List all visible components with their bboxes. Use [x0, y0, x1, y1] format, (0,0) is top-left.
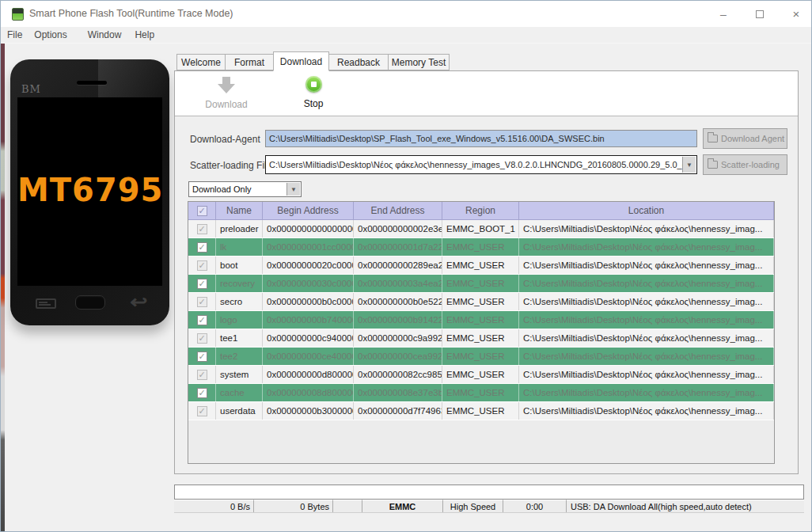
phone-speaker [77, 81, 107, 85]
scatter-file-label: Scatter-loading File [190, 160, 271, 171]
table-row[interactable]: ✓ lk 0x0000000001cc0000 0x0000000001d7a2… [188, 238, 774, 256]
folder-icon [708, 161, 718, 169]
tab-welcome[interactable]: Welcome [176, 54, 226, 70]
select-all-checkbox[interactable]: ✓ [197, 206, 207, 216]
table-row[interactable]: ✓ recovery 0x00000000030c0000 0x00000000… [188, 275, 774, 293]
row-checkbox-cell[interactable]: ✓ [188, 402, 216, 420]
download-mode-select[interactable]: Download Only ▼ [188, 181, 302, 197]
cell-location: C:\Users\Miltiadis\Desktop\Νέος φάκελος\… [519, 256, 774, 274]
header-begin-address[interactable]: Begin Address [263, 202, 354, 220]
table-row[interactable]: ✓ tee2 0x000000000ce40000 0x000000000cea… [188, 348, 774, 366]
download-agent-browse-button[interactable]: Download Agent [703, 128, 787, 149]
cell-region: EMMC_USER [442, 348, 519, 365]
cell-begin-address: 0x000000000ce40000 [263, 348, 354, 365]
cell-name: lk [216, 238, 263, 256]
menu-file[interactable]: File [7, 29, 22, 40]
row-checkbox-cell[interactable]: ✓ [188, 275, 216, 292]
maximize-button[interactable] [746, 6, 773, 23]
scatter-file-field[interactable]: C:\Users\Miltiadis\Desktop\Νέος φάκελος\… [265, 155, 697, 174]
row-checkbox-cell[interactable]: ✓ [188, 311, 216, 329]
row-checkbox-cell[interactable]: ✓ [188, 238, 216, 256]
status-elapsed-time: 0:00 [503, 500, 567, 512]
row-checkbox[interactable]: ✓ [197, 242, 207, 253]
cell-name: tee2 [216, 348, 263, 365]
row-checkbox-cell[interactable]: ✓ [188, 329, 216, 347]
cell-end-address: 0x000000000002e3e3 [354, 220, 442, 238]
header-name[interactable]: Name [216, 202, 263, 220]
row-checkbox-cell[interactable]: ✓ [188, 366, 216, 383]
cell-name: cache [216, 384, 263, 401]
maximize-icon [756, 10, 764, 18]
table-row[interactable]: ✓ system 0x000000000d800000 0x0000000082… [188, 366, 774, 384]
cell-name: secro [216, 293, 263, 310]
phone-menu-icon [36, 298, 56, 309]
download-arrow-icon [218, 76, 235, 93]
table-row[interactable]: ✓ secro 0x000000000b0c0000 0x000000000b0… [188, 293, 774, 311]
menu-window[interactable]: Window [88, 29, 122, 40]
scatter-dropdown-arrow-icon[interactable]: ▼ [682, 157, 696, 173]
menu-options[interactable]: Options [34, 29, 66, 40]
download-agent-field[interactable]: C:\Users\Miltiadis\Desktop\SP_Flash_Tool… [265, 130, 697, 147]
tab-download[interactable]: Download [273, 51, 329, 71]
header-checkbox-cell[interactable]: ✓ [188, 202, 216, 220]
row-checkbox-cell[interactable]: ✓ [188, 293, 216, 310]
cell-location: C:\Users\Miltiadis\Desktop\Νέος φάκελος\… [519, 384, 774, 401]
table-body: ✓ preloader 0x0000000000000000 0x0000000… [188, 220, 774, 420]
phone-back-icon: ↩ [130, 292, 147, 313]
header-region[interactable]: Region [442, 202, 519, 220]
row-checkbox-cell[interactable]: ✓ [188, 256, 216, 274]
cell-end-address: 0x000000000289ea2b [354, 256, 442, 274]
cell-end-address: 0x0000000001d7a22b [354, 238, 442, 256]
flash-tool-window: Smart Phone Flash Tool(Runtime Trace Mod… [0, 0, 812, 532]
cell-location: C:\Users\Miltiadis\Desktop\Νέος φάκελος\… [519, 293, 774, 310]
header-end-address[interactable]: End Address [354, 202, 442, 220]
partition-table: ✓ Name Begin Address End Address Region … [188, 201, 775, 464]
row-checkbox[interactable]: ✓ [197, 224, 207, 234]
table-row[interactable]: ✓ cache 0x000000008d800000 0x000000008e3… [188, 384, 774, 402]
row-checkbox[interactable]: ✓ [197, 388, 207, 398]
row-checkbox-cell[interactable]: ✓ [188, 348, 216, 365]
background-image-sliver [1, 44, 5, 532]
row-checkbox[interactable]: ✓ [197, 406, 207, 416]
table-row[interactable]: ✓ preloader 0x0000000000000000 0x0000000… [188, 220, 774, 238]
download-agent-button-label: Download Agent [721, 134, 784, 143]
row-checkbox[interactable]: ✓ [197, 370, 207, 380]
menu-help[interactable]: Help [135, 29, 154, 40]
row-checkbox[interactable]: ✓ [197, 279, 207, 289]
scatter-browse-button[interactable]: Scatter-loading [703, 154, 787, 175]
row-checkbox[interactable]: ✓ [197, 297, 207, 307]
row-checkbox-cell[interactable]: ✓ [188, 220, 216, 238]
phone-screen: MT6795 [17, 97, 162, 286]
folder-icon [708, 135, 718, 142]
table-row[interactable]: ✓ boot 0x00000000020c0000 0x000000000289… [188, 256, 774, 275]
minimize-button[interactable]: – [710, 6, 737, 23]
close-button[interactable]: × [783, 6, 810, 23]
tab-format[interactable]: Format [225, 54, 274, 70]
download-button-label: Download [191, 99, 262, 110]
cell-begin-address: 0x000000000d800000 [263, 366, 354, 383]
table-row[interactable]: ✓ logo 0x000000000b740000 0x000000000b91… [188, 311, 774, 329]
cell-location: C:\Users\Miltiadis\Desktop\Νέος φάκελος\… [519, 220, 774, 238]
chip-name-label: MT6795 [17, 172, 162, 208]
toolbar: Download Stop [175, 71, 798, 116]
row-checkbox[interactable]: ✓ [197, 260, 207, 271]
stop-button[interactable]: Stop [278, 76, 349, 109]
status-bar: 0 B/s 0 Bytes EMMC High Speed 0:00 USB: … [174, 500, 804, 513]
table-row[interactable]: ✓ userdata 0x00000000b3000000 0x00000000… [188, 402, 774, 420]
row-checkbox-cell[interactable]: ✓ [188, 384, 216, 401]
header-location[interactable]: Location [519, 202, 774, 220]
table-row[interactable]: ✓ tee1 0x000000000c940000 0x000000000c9a… [188, 329, 774, 348]
row-checkbox[interactable]: ✓ [197, 352, 207, 362]
title-bar: Smart Phone Flash Tool(Runtime Trace Mod… [1, 1, 811, 27]
row-checkbox[interactable]: ✓ [197, 315, 207, 325]
window-title: Smart Phone Flash Tool(Runtime Trace Mod… [29, 8, 233, 19]
tab-readback[interactable]: Readback [328, 54, 389, 70]
tab-memory-test[interactable]: Memory Test [388, 54, 450, 70]
cell-name: userdata [216, 402, 263, 420]
status-usb-speed: High Speed [443, 500, 503, 512]
row-checkbox[interactable]: ✓ [197, 333, 207, 344]
status-speed: 0 B/s [174, 500, 254, 512]
download-button[interactable]: Download [191, 76, 262, 110]
cell-region: EMMC_USER [442, 238, 519, 256]
stop-button-label: Stop [278, 98, 349, 109]
